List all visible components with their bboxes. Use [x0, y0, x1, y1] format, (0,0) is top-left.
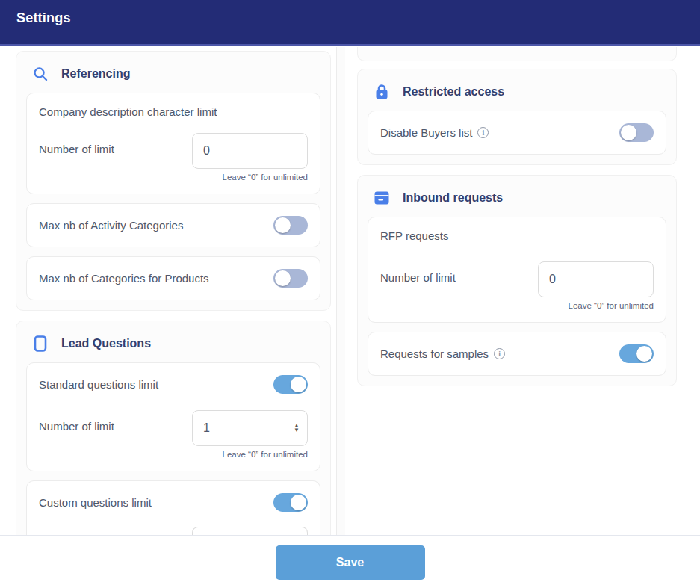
disable-buyers-toggle[interactable] [619, 123, 654, 142]
left-column: Referencing Company description characte… [16, 51, 331, 535]
rfp-requests-title: RFP requests [380, 229, 654, 242]
referencing-card: Referencing Company description characte… [16, 51, 331, 311]
settings-header: Settings [0, 0, 700, 46]
standard-questions-number-input[interactable]: 1 ▲ ▼ [192, 410, 308, 446]
inbound-requests-title: Inbound requests [403, 191, 503, 205]
search-icon [32, 66, 49, 82]
restricted-access-header: Restricted access [368, 79, 666, 111]
requests-for-samples-toggle[interactable] [619, 344, 654, 363]
product-categories-label: Max nb of Categories for Products [39, 272, 209, 285]
standard-questions-toggle[interactable] [273, 375, 308, 394]
standard-questions-number-value: 1 [203, 421, 210, 435]
activity-categories-card: Max nb of Activity Categories [26, 203, 320, 247]
company-description-limit-card: Company description character limit Numb… [26, 93, 320, 194]
activity-categories-label: Max nb of Activity Categories [39, 219, 183, 232]
stepper-down-icon[interactable]: ▼ [294, 428, 300, 433]
disable-buyers-label: Disable Buyers list i [380, 126, 489, 139]
right-column: Restricted access Disable Buyers list i [357, 47, 677, 396]
toggle-knob [275, 217, 291, 233]
toggle-knob [291, 495, 306, 510]
disable-buyers-card: Disable Buyers list i [368, 111, 666, 155]
restricted-access-title: Restricted access [403, 85, 504, 99]
lead-questions-title: Lead Questions [61, 337, 151, 350]
lead-questions-header: Lead Questions [26, 331, 320, 362]
lock-icon [374, 84, 390, 100]
referencing-title: Referencing [61, 67, 130, 81]
settings-content: Referencing Company description characte… [0, 47, 700, 535]
toggle-knob [636, 346, 652, 362]
info-icon[interactable]: i [477, 127, 489, 138]
standard-questions-label: Standard questions limit [39, 378, 158, 391]
column-scrollbar-track[interactable] [336, 47, 345, 535]
number-of-limit-label: Number of limit [39, 410, 114, 433]
toggle-knob [275, 270, 291, 286]
inbox-icon [374, 190, 390, 206]
restricted-access-card: Restricted access Disable Buyers list i [357, 69, 677, 165]
product-categories-card: Max nb of Categories for Products [26, 256, 320, 300]
number-of-limit-label: Number of limit [380, 261, 456, 284]
unlimited-helper-text: Leave “0” for unlimited [538, 301, 654, 310]
info-icon[interactable]: i [494, 348, 505, 359]
company-limit-input[interactable] [192, 133, 308, 169]
activity-categories-toggle[interactable] [273, 216, 308, 235]
rfp-limit-input[interactable] [538, 261, 654, 297]
custom-questions-card: Custom questions limit [26, 480, 320, 535]
tablet-icon [32, 335, 49, 352]
requests-for-samples-label: Requests for samples i [380, 347, 505, 360]
inbound-requests-header: Inbound requests [368, 185, 666, 217]
cutoff-card-top [357, 47, 677, 61]
rfp-requests-card: RFP requests Number of limit Leave “0” f… [368, 217, 666, 323]
custom-questions-label: Custom questions limit [39, 496, 152, 509]
product-categories-toggle[interactable] [273, 269, 308, 288]
inbound-requests-card: Inbound requests RFP requests Number of … [357, 175, 677, 386]
number-stepper[interactable]: ▲ ▼ [294, 424, 300, 433]
toggle-knob [621, 125, 636, 140]
company-description-limit-title: Company description character limit [39, 105, 308, 118]
page-title: Settings [16, 10, 71, 26]
save-button[interactable]: Save [276, 545, 425, 580]
toggle-knob [291, 377, 306, 392]
referencing-header: Referencing [26, 61, 320, 93]
custom-questions-toggle[interactable] [273, 493, 308, 512]
unlimited-helper-text: Leave “0” for unlimited [192, 450, 308, 459]
settings-footer: Save [0, 535, 700, 588]
number-of-limit-label: Number of limit [39, 133, 114, 155]
custom-questions-number-input-partial[interactable] [192, 527, 308, 535]
standard-questions-card: Standard questions limit Number of limit… [26, 362, 320, 471]
unlimited-helper-text: Leave “0” for unlimited [192, 173, 308, 182]
requests-for-samples-card: Requests for samples i [368, 332, 666, 376]
lead-questions-card: Lead Questions Standard questions limit … [16, 321, 331, 535]
